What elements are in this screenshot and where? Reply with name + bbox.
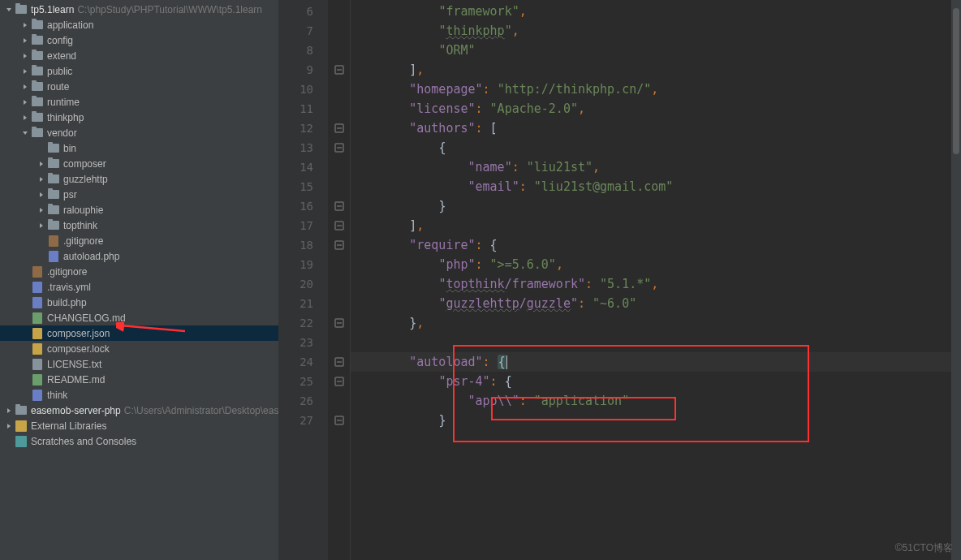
chevron-right-icon[interactable]: [21, 376, 29, 384]
chevron-right-icon[interactable]: [21, 360, 29, 368]
tree-file[interactable]: composer.lock: [0, 341, 278, 356]
code-line[interactable]: "autoload": {: [351, 352, 961, 372]
tree-folder[interactable]: ralouphie: [0, 202, 278, 218]
chevron-right-icon[interactable]: [21, 283, 29, 291]
tree-file[interactable]: README.md: [0, 372, 278, 387]
chevron-right-icon[interactable]: [21, 391, 29, 399]
code-line[interactable]: "app\\": "application": [351, 391, 961, 411]
code-line[interactable]: "thinkphp",: [351, 21, 961, 41]
editor-scrollbar[interactable]: [951, 0, 961, 560]
code-line[interactable]: }: [351, 411, 961, 430]
code-area[interactable]: "framework", "thinkphp", "ORM" ], "homep…: [351, 0, 961, 560]
code-line[interactable]: "require": {: [351, 235, 961, 255]
fold-toggle[interactable]: [333, 200, 346, 213]
chevron-right-icon[interactable]: [37, 252, 45, 261]
chevron-right-icon[interactable]: [21, 345, 29, 353]
code-line[interactable]: "email": "liu21st@gmail.com": [351, 177, 961, 196]
tree-folder[interactable]: bin: [0, 140, 278, 156]
chevron-right-icon[interactable]: [37, 237, 45, 245]
fold-toggle[interactable]: [333, 355, 346, 368]
code-line[interactable]: },: [351, 313, 961, 333]
code-line[interactable]: "guzzlehttp/guzzle": "~6.0": [351, 294, 961, 313]
chevron-right-icon[interactable]: [5, 437, 13, 446]
scrollbar-thumb[interactable]: [953, 8, 959, 154]
folder-icon: [32, 50, 43, 62]
fold-toggle[interactable]: [333, 141, 346, 154]
tree-file[interactable]: autoload.php: [0, 248, 278, 264]
chevron-right-icon[interactable]: [21, 83, 29, 91]
chevron-right-icon[interactable]: [21, 37, 29, 45]
fold-toggle[interactable]: [333, 122, 346, 135]
chevron-down-icon[interactable]: [21, 129, 29, 137]
chevron-right-icon[interactable]: [37, 222, 45, 230]
chevron-right-icon[interactable]: [21, 330, 29, 338]
chevron-right-icon[interactable]: [37, 206, 45, 214]
tree-file[interactable]: build.php: [0, 295, 278, 310]
chevron-right-icon[interactable]: [5, 407, 13, 415]
code-line[interactable]: [351, 333, 961, 352]
code-line[interactable]: }: [351, 196, 961, 216]
chevron-right-icon[interactable]: [37, 144, 45, 153]
code-line[interactable]: ],: [351, 216, 961, 235]
chevron-right-icon[interactable]: [21, 268, 29, 276]
tree-lib[interactable]: External Libraries: [0, 418, 278, 433]
code-editor[interactable]: 6789101112131415161718192021222324252627…: [279, 0, 961, 560]
chevron-right-icon[interactable]: [21, 114, 29, 122]
fold-toggle[interactable]: [333, 239, 346, 252]
tree-folder[interactable]: route: [0, 79, 278, 94]
tree-folder[interactable]: config: [0, 32, 278, 48]
tree-scratch[interactable]: Scratches and Consoles: [0, 433, 278, 449]
chevron-right-icon[interactable]: [37, 160, 45, 168]
tree-file[interactable]: .travis.yml: [0, 279, 278, 295]
node-label: CHANGELOG.md: [47, 312, 126, 324]
chevron-right-icon[interactable]: [21, 98, 29, 106]
tree-file[interactable]: .gitignore: [0, 233, 278, 248]
fold-toggle[interactable]: [333, 414, 346, 427]
project-root[interactable]: tp5.1learn C:\phpStudy\PHPTutorial\WWW\t…: [0, 2, 278, 17]
code-line[interactable]: "authors": [: [351, 118, 961, 138]
line-number: 21: [279, 294, 328, 313]
tree-folder[interactable]: vendor: [0, 125, 278, 140]
tree-folder[interactable]: topthink: [0, 218, 278, 233]
line-number: 12: [279, 118, 328, 138]
code-line[interactable]: "topthink/framework": "5.1.*",: [351, 274, 961, 294]
tree-folder[interactable]: thinkphp: [0, 110, 278, 125]
chevron-right-icon[interactable]: [37, 175, 45, 183]
line-number: 10: [279, 80, 328, 99]
tree-file-selected[interactable]: composer.json: [0, 325, 278, 341]
fold-toggle[interactable]: [333, 375, 346, 388]
code-line[interactable]: "psr-4": {: [351, 372, 961, 391]
tree-folder[interactable]: public: [0, 63, 278, 79]
fold-toggle[interactable]: [333, 317, 346, 330]
code-line[interactable]: "php": ">=5.6.0",: [351, 255, 961, 274]
code-line[interactable]: "framework",: [351, 2, 961, 21]
code-line[interactable]: "ORM": [351, 41, 961, 60]
line-number: 13: [279, 138, 328, 157]
chevron-down-icon[interactable]: [5, 6, 13, 14]
tree-folder[interactable]: easemob-server-phpC:\Users\Administrator…: [0, 403, 278, 418]
code-line[interactable]: "homepage": "http://thinkphp.cn/",: [351, 80, 961, 99]
code-line[interactable]: ],: [351, 60, 961, 80]
tree-file[interactable]: LICENSE.txt: [0, 356, 278, 372]
code-line[interactable]: {: [351, 138, 961, 157]
tree-file[interactable]: .gitignore: [0, 264, 278, 279]
fold-toggle[interactable]: [333, 219, 346, 232]
chevron-right-icon[interactable]: [21, 314, 29, 322]
tree-folder[interactable]: guzzlehttp: [0, 171, 278, 187]
fold-toggle[interactable]: [333, 63, 346, 76]
tree-file[interactable]: think: [0, 387, 278, 403]
chevron-right-icon[interactable]: [21, 299, 29, 307]
chevron-right-icon[interactable]: [21, 52, 29, 60]
code-line[interactable]: "license": "Apache-2.0",: [351, 99, 961, 118]
chevron-right-icon[interactable]: [37, 191, 45, 199]
tree-folder[interactable]: composer: [0, 156, 278, 171]
chevron-right-icon[interactable]: [21, 21, 29, 29]
tree-folder[interactable]: extend: [0, 48, 278, 63]
tree-folder[interactable]: runtime: [0, 94, 278, 110]
chevron-right-icon[interactable]: [21, 67, 29, 75]
chevron-right-icon[interactable]: [5, 422, 13, 430]
tree-folder[interactable]: application: [0, 17, 278, 32]
tree-folder[interactable]: psr: [0, 187, 278, 202]
code-line[interactable]: "name": "liu21st",: [351, 157, 961, 177]
tree-file[interactable]: CHANGELOG.md: [0, 310, 278, 325]
